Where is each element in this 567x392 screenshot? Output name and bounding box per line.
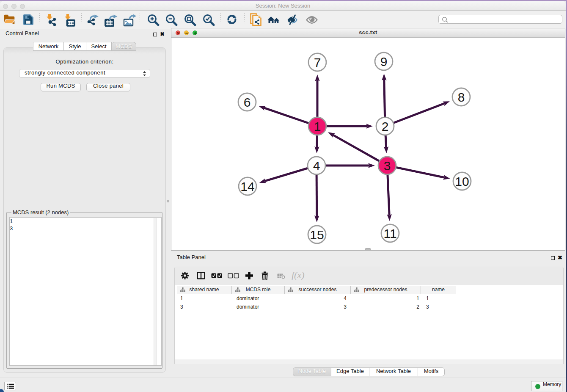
- svg-text:3: 3: [384, 159, 391, 173]
- svg-text:10: 10: [455, 174, 469, 188]
- svg-text:2: 2: [382, 119, 389, 133]
- svg-text:15: 15: [310, 228, 324, 242]
- svg-text:8: 8: [458, 90, 465, 104]
- svg-text:6: 6: [244, 95, 251, 109]
- svg-text:9: 9: [380, 55, 388, 69]
- svg-text:14: 14: [240, 179, 254, 193]
- svg-text:11: 11: [383, 226, 396, 240]
- svg-text:4: 4: [313, 159, 320, 173]
- svg-text:7: 7: [314, 55, 321, 69]
- svg-text:1: 1: [314, 119, 321, 133]
